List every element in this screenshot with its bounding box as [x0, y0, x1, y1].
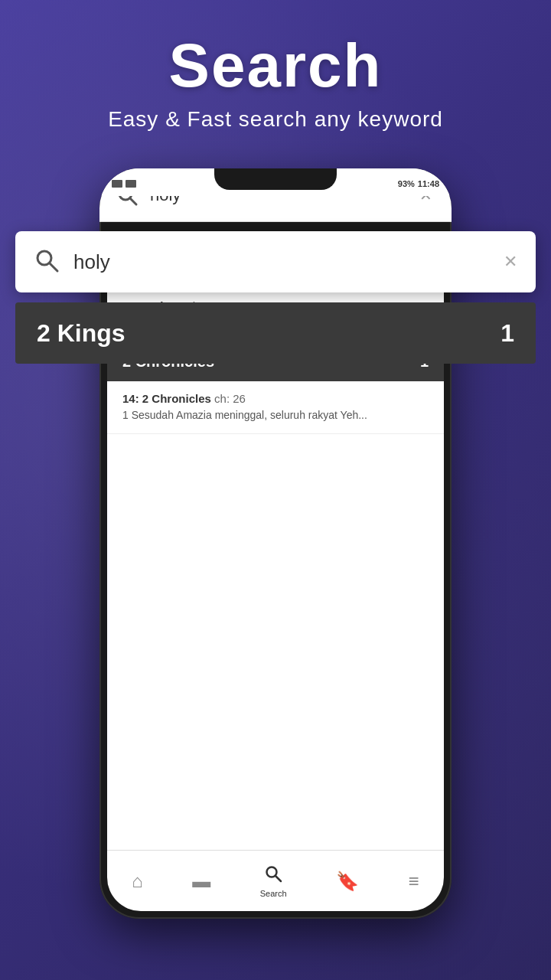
main-search-overlay[interactable]: holy ✕ — [15, 231, 536, 292]
result-item-2chronicles-1[interactable]: 14: 2 Chronicles ch: 26 1 Sesudah Amazia… — [107, 381, 444, 435]
status-right: 93% 11:48 — [398, 179, 439, 188]
nav-bookmark[interactable]: 🔖 — [336, 871, 359, 892]
result-reference-2: 14: 2 Chronicles ch: 26 — [122, 392, 429, 405]
svg-line-5 — [50, 263, 57, 271]
overlay-search-text[interactable]: holy — [73, 250, 490, 274]
nav-home[interactable]: ⌂ — [132, 871, 143, 892]
phone-notch — [214, 168, 337, 190]
overlay-search-icon — [34, 247, 60, 276]
overlay-book-title: 2 Kings — [37, 319, 126, 348]
book-icon: ▬ — [192, 871, 210, 892]
overlay-book-count: 1 — [500, 319, 514, 348]
bottom-nav: ⌂ ▬ Search 🔖 ≡ — [107, 850, 444, 911]
header-section: Search Easy & Fast search any keyword — [0, 31, 551, 132]
result-text-2: 1 Sesudah Amazia meninggal, seluruh raky… — [122, 408, 429, 423]
page-subtitle: Easy & Fast search any keyword — [0, 107, 551, 132]
nav-book[interactable]: ▬ — [192, 871, 210, 892]
svg-line-1 — [130, 198, 136, 204]
menu-icon: ≡ — [409, 871, 419, 892]
search-nav-label: Search — [260, 889, 287, 898]
svg-line-3 — [276, 876, 281, 881]
status-left — [112, 180, 136, 188]
battery-pct: 93% — [398, 179, 415, 188]
wifi-icon — [126, 180, 136, 188]
signal-icon — [112, 180, 122, 188]
nav-search[interactable]: Search — [260, 864, 287, 898]
home-icon: ⌂ — [132, 871, 143, 892]
main-result-header: 2 Kings 1 — [15, 302, 536, 364]
bookmark-icon: 🔖 — [336, 871, 359, 892]
nav-menu[interactable]: ≡ — [409, 871, 419, 892]
clock: 11:48 — [418, 179, 439, 188]
overlay-close-icon[interactable]: ✕ — [504, 252, 517, 272]
search-nav-icon — [264, 864, 282, 887]
page-title: Search — [0, 31, 551, 101]
